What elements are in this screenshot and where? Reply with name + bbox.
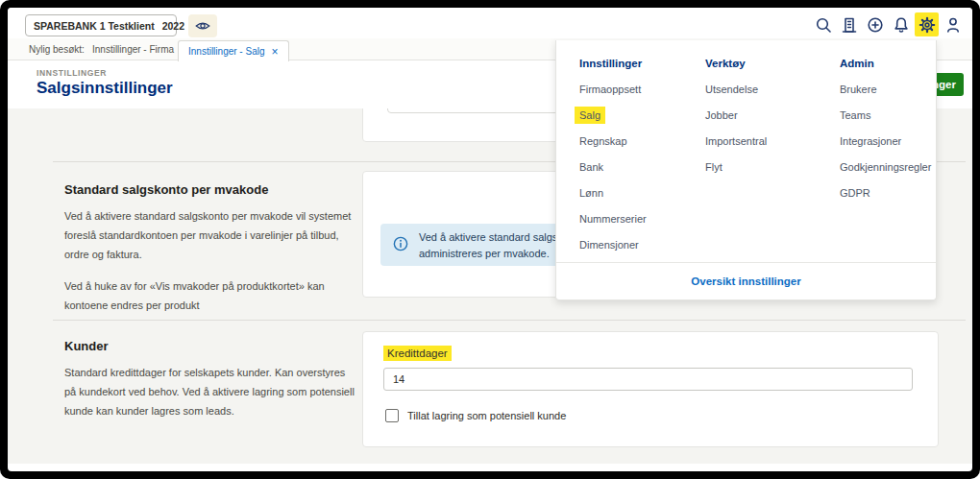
menu-column-innstillinger: Innstillinger Firmaoppsett Salg Regnskap… [579, 58, 647, 251]
menu-footer: Oversikt innstillinger [556, 262, 936, 299]
section-kunder-description: Kunder Standard kredittdager for selskap… [64, 339, 355, 433]
settings-icon [918, 15, 937, 35]
app-window: Standard salgskonto per mvakode Ved å ak… [8, 8, 972, 471]
section-paragraph: Standard kredittdager for selskapets kun… [64, 363, 355, 420]
menu-item-brukere[interactable]: Brukere [840, 84, 931, 95]
eye-icon [194, 17, 211, 35]
add-icon [866, 15, 885, 35]
info-line: Ved å aktivere standard salgskon [419, 229, 575, 246]
tab-innstillinger-salg[interactable]: Innstillinger - Salg × [178, 40, 289, 61]
section-title: Standard salgskonto per mvakode [64, 182, 355, 197]
potensiell-kunde-checkbox[interactable] [385, 409, 399, 422]
menu-item-regnskap[interactable]: Regnskap [579, 135, 647, 147]
settings-button[interactable] [915, 12, 939, 36]
menu-item-firmaoppsett[interactable]: Firmaoppsett [579, 84, 647, 95]
kredittdager-label: Kredittdager [383, 346, 452, 361]
search-button[interactable] [811, 12, 835, 36]
menu-item-salg[interactable]: Salg [579, 109, 647, 121]
menu-item-importsentral[interactable]: Importsentral [705, 135, 767, 147]
close-tab-icon[interactable]: × [271, 47, 278, 57]
info-icon [393, 236, 408, 251]
client-year: 2022 [162, 20, 184, 32]
profile-button[interactable] [941, 12, 965, 36]
search-icon [814, 15, 833, 35]
menu-item-lonn[interactable]: Lønn [579, 187, 647, 199]
view-mode-button[interactable] [188, 14, 217, 37]
menu-item-godkjenningsregler[interactable]: Godkjenningsregler [840, 161, 931, 173]
menu-item-nummerserier[interactable]: Nummerserier [579, 213, 647, 225]
settings-dropdown-menu: Innstillinger Firmaoppsett Salg Regnskap… [555, 40, 937, 300]
menu-item-integrasjoner[interactable]: Integrasjoner [840, 135, 931, 147]
info-banner-text: Ved å aktivere standard salgskon adminis… [419, 229, 575, 262]
section-salgskonto-description: Standard salgskonto per mvakode Ved å ak… [64, 182, 355, 327]
info-line: administreres per mvakode. [419, 246, 575, 262]
menu-item-bank[interactable]: Bank [579, 161, 647, 173]
menu-column-title: Innstillinger [579, 58, 647, 69]
tab-label: Innstillinger - Salg [188, 46, 264, 57]
notifications-icon [892, 15, 911, 35]
breadcrumb-eyebrow: INNSTILLINGER [37, 68, 107, 78]
create-new-button[interactable] [863, 12, 887, 36]
client-name: SPAREBANK 1 Testklient [34, 20, 155, 32]
menu-item-dimensjoner[interactable]: Dimensjoner [579, 239, 647, 251]
section-paragraph: Ved å huke av for «Vis mvakoder på produ… [64, 276, 355, 315]
client-selector[interactable]: SPAREBANK 1 Testklient 2022 [25, 14, 177, 36]
menu-item-utsendelse[interactable]: Utsendelse [705, 84, 767, 95]
profile-icon [943, 15, 963, 35]
kunder-settings-card: Kredittdager Tillat lagring som potensie… [362, 331, 939, 447]
topbar-icon-group [811, 12, 965, 36]
menu-column-title: Admin [840, 58, 931, 69]
menu-column-verktoy: Verktøy Utsendelse Jobber Importsentral … [705, 58, 767, 173]
tab-innstillinger-firma[interactable]: Innstillinger - Firma [92, 44, 174, 55]
screenshot-frame: Standard salgskonto per mvakode Ved å ak… [0, 0, 980, 479]
recently-visited-label: Nylig besøkt: [29, 44, 85, 55]
section-title: Kunder [64, 339, 355, 353]
menu-item-jobber[interactable]: Jobber [705, 109, 767, 121]
checkbox-label: Tillat lagring som potensiell kunde [407, 410, 566, 421]
kredittdager-input[interactable] [383, 368, 913, 391]
menu-item-flyt[interactable]: Flyt [705, 161, 767, 173]
menu-column-admin: Admin Brukere Teams Integrasjoner Godkje… [840, 58, 931, 199]
company-icon [840, 15, 859, 35]
top-bar: SPAREBANK 1 Testklient 2022 [8, 8, 972, 38]
notifications-button[interactable] [889, 12, 913, 36]
menu-item-gdpr[interactable]: GDPR [840, 187, 931, 199]
oversikt-innstillinger-link[interactable]: Oversikt innstillinger [691, 275, 800, 287]
page-title: Salgsinnstillinger [37, 79, 173, 98]
menu-item-teams[interactable]: Teams [840, 109, 931, 121]
potensiell-kunde-checkbox-row[interactable]: Tillat lagring som potensiell kunde [385, 409, 566, 422]
section-paragraph: Ved å aktivere standard salgskonto per m… [64, 206, 355, 264]
menu-column-title: Verktøy [705, 58, 767, 69]
company-button[interactable] [837, 12, 861, 36]
